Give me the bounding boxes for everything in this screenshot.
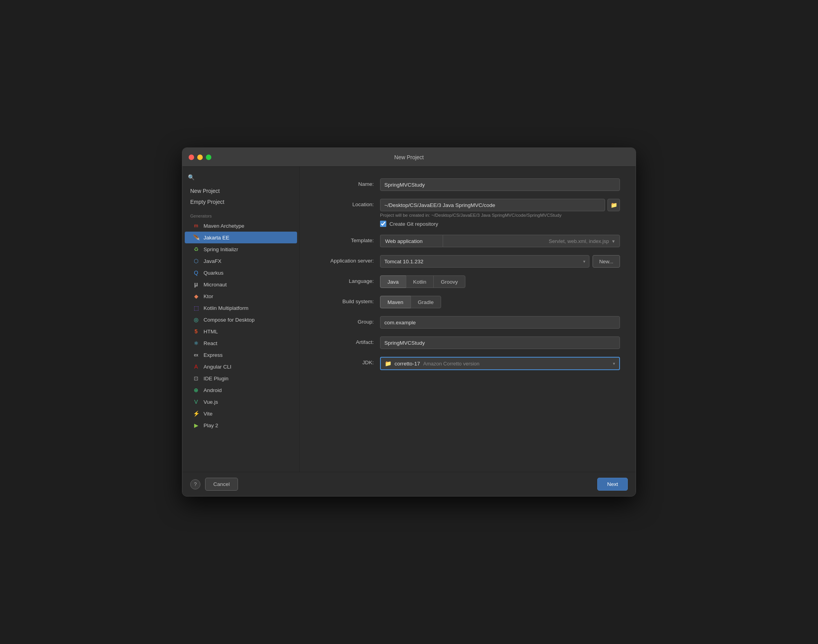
jdk-chevron-icon: ▾ (613, 361, 615, 366)
sidebar-item-javafx[interactable]: ⬡ JavaFX (185, 255, 297, 267)
git-label: Create Git repository (389, 221, 438, 227)
language-java-button[interactable]: Java (380, 275, 406, 288)
help-button[interactable]: ? (190, 479, 200, 489)
sidebar-item-ktor[interactable]: ◆ Ktor (185, 290, 297, 302)
dialog-footer: ? Cancel Next (182, 472, 636, 496)
template-label: Template: (315, 235, 380, 243)
language-groovy-button[interactable]: Groovy (433, 275, 465, 288)
window-title: New Project (394, 154, 423, 160)
location-row: Location: 📁 Project will be created in: … (315, 199, 620, 227)
artifact-input[interactable] (380, 336, 620, 349)
name-row: Name: (315, 178, 620, 191)
sidebar-item-empty-project[interactable]: Empty Project (182, 196, 299, 207)
app-server-control: Tomcat 10.1.232 ▾ New... (380, 255, 620, 268)
vue-icon: V (193, 398, 200, 405)
sidebar-item-react[interactable]: ⚛ React (185, 337, 297, 349)
sidebar-item-ide-plugin[interactable]: ⊡ IDE Plugin (185, 372, 297, 384)
build-system-row: Build system: Maven Gradle (315, 296, 620, 308)
minimize-button[interactable] (197, 155, 203, 160)
app-server-select[interactable]: Tomcat 10.1.232 (380, 255, 589, 268)
express-icon: ex (193, 351, 200, 358)
build-maven-button[interactable]: Maven (380, 296, 411, 308)
sidebar-item-maven-archetype[interactable]: m Maven Archetype (185, 220, 297, 232)
template-value[interactable]: Web application (380, 235, 443, 247)
next-button[interactable]: Next (597, 478, 628, 491)
artifact-label: Artifact: (315, 336, 380, 345)
browse-folder-button[interactable]: 📁 (607, 199, 620, 211)
sidebar-item-new-project[interactable]: New Project (182, 185, 299, 196)
git-checkbox[interactable] (380, 221, 386, 227)
jdk-control: 📁 corretto-17 Amazon Corretto version ▾ (380, 357, 620, 370)
name-input[interactable] (380, 178, 620, 191)
search-icon: 🔍 (188, 174, 195, 180)
build-gradle-button[interactable]: Gradle (411, 296, 441, 308)
location-control: 📁 Project will be created in: ~/Desktop/… (380, 199, 620, 227)
vite-icon: ⚡ (193, 410, 200, 417)
build-system-control: Maven Gradle (380, 296, 620, 308)
template-chevron-icon: ▾ (612, 238, 615, 244)
sidebar: 🔍 New Project Empty Project Generators m… (182, 167, 300, 472)
sidebar-item-spring-initializr[interactable]: ♻ Spring Initializr (185, 243, 297, 255)
play-icon: ▶ (193, 422, 200, 429)
group-input[interactable] (380, 316, 620, 329)
footer-left: ? Cancel (190, 478, 238, 491)
template-desc-dropdown[interactable]: Servlet, web.xml, index.jsp ▾ (443, 235, 620, 247)
app-server-label: Application server: (315, 255, 380, 264)
spring-icon: ♻ (193, 246, 200, 253)
template-desc-text: Servlet, web.xml, index.jsp (549, 238, 609, 244)
generators-label: Generators (182, 210, 299, 220)
app-server-row: Application server: Tomcat 10.1.232 ▾ Ne… (315, 255, 620, 268)
search-bar[interactable]: 🔍 (182, 171, 299, 185)
sidebar-item-html[interactable]: 5 HTML (185, 326, 297, 337)
new-server-button[interactable]: New... (593, 255, 620, 268)
language-toggle-group: Java Kotlin Groovy (380, 275, 620, 288)
sidebar-item-vue-js[interactable]: V Vue.js (185, 396, 297, 408)
quarkus-icon: Q (193, 269, 200, 276)
sidebar-item-play2[interactable]: ▶ Play 2 (185, 419, 297, 431)
html-icon: 5 (193, 328, 200, 335)
dialog-content: 🔍 New Project Empty Project Generators m… (182, 167, 636, 472)
build-system-toggle-group: Maven Gradle (380, 296, 620, 308)
group-control (380, 316, 620, 329)
app-server-select-container: Tomcat 10.1.232 ▾ (380, 255, 589, 268)
location-wrap: 📁 (380, 199, 620, 211)
sidebar-item-vite[interactable]: ⚡ Vite (185, 408, 297, 419)
sidebar-item-compose-desktop[interactable]: ◎ Compose for Desktop (185, 314, 297, 326)
ktor-icon: ◆ (193, 293, 200, 300)
sidebar-top-items: New Project Empty Project (182, 185, 299, 210)
maximize-button[interactable] (206, 155, 211, 160)
location-label: Location: (315, 199, 380, 207)
cancel-button[interactable]: Cancel (205, 478, 238, 491)
language-kotlin-button[interactable]: Kotlin (406, 275, 434, 288)
window-controls (189, 155, 211, 160)
language-row: Language: Java Kotlin Groovy (315, 275, 620, 288)
artifact-row: Artifact: (315, 336, 620, 349)
sidebar-item-micronaut[interactable]: μ Micronaut (185, 279, 297, 290)
app-server-wrap: Tomcat 10.1.232 ▾ New... (380, 255, 620, 268)
jdk-select-dropdown[interactable]: 📁 corretto-17 Amazon Corretto version ▾ (380, 357, 620, 370)
location-hint: Project will be created in: ~/Desktop/CS… (380, 213, 620, 218)
sidebar-item-jakarta-ee[interactable]: 🪶 Jakarta EE (185, 232, 297, 243)
kotlin-mp-icon: ⬚ (193, 304, 200, 311)
sidebar-item-android[interactable]: ⊕ Android (185, 384, 297, 396)
sidebar-item-kotlin-multiplatform[interactable]: ⬚ Kotlin Multiplatform (185, 302, 297, 314)
jdk-desc-text: Amazon Corretto version (423, 361, 479, 367)
group-row: Group: (315, 316, 620, 329)
artifact-control (380, 336, 620, 349)
jdk-label: JDK: (315, 357, 380, 365)
sidebar-item-quarkus[interactable]: Q Quarkus (185, 267, 297, 279)
git-checkbox-row: Create Git repository (380, 221, 620, 227)
titlebar: New Project (182, 148, 636, 167)
location-input[interactable] (380, 199, 605, 211)
close-button[interactable] (189, 155, 194, 160)
language-label: Language: (315, 275, 380, 284)
template-control: Web application Servlet, web.xml, index.… (380, 235, 620, 247)
new-project-dialog: New Project 🔍 New Project Empty Project … (182, 148, 636, 496)
main-form: Name: Location: 📁 Project will be create… (300, 167, 636, 472)
build-system-label: Build system: (315, 296, 380, 304)
angular-icon: A (193, 363, 200, 370)
maven-icon: m (193, 222, 200, 229)
sidebar-item-angular-cli[interactable]: A Angular CLI (185, 361, 297, 372)
jdk-version-text: corretto-17 (395, 361, 420, 367)
sidebar-item-express[interactable]: ex Express (185, 349, 297, 361)
